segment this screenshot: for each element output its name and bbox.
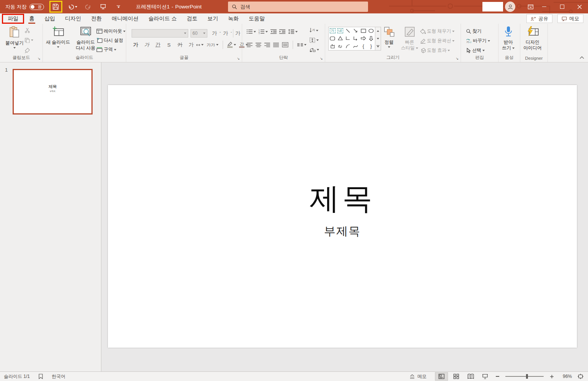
comments-button[interactable]: 메모 (557, 14, 583, 23)
find-button[interactable]: 찾기 (466, 28, 482, 34)
start-slideshow-button[interactable] (98, 2, 108, 12)
tab-slideshow[interactable]: 슬라이드 쇼 (143, 13, 182, 24)
clear-formatting-button[interactable]: 가 (234, 29, 242, 38)
shape-vertical-textbox[interactable]: 내 (336, 27, 344, 35)
tab-file[interactable]: 파일 (2, 14, 24, 24)
notes-button[interactable]: 메모 (409, 373, 427, 380)
italic-button[interactable]: 가 (143, 41, 151, 49)
shape-oval[interactable] (367, 27, 375, 35)
line-spacing-button[interactable] (288, 29, 298, 34)
normal-view-button[interactable] (435, 372, 448, 381)
quick-styles-button[interactable]: 빠른 스타일 (401, 26, 418, 51)
slide-title-placeholder[interactable]: 제목 (108, 179, 577, 219)
shapes-scroll-down[interactable] (375, 35, 381, 43)
language-button[interactable]: 한국어 (52, 373, 65, 380)
tab-insert[interactable]: 삽입 (39, 13, 60, 24)
strikethrough-button[interactable]: 가 (176, 41, 184, 49)
autosave-toggle[interactable]: 자동 저장 끔 (5, 3, 44, 10)
shape-textbox[interactable]: 가 (329, 27, 336, 35)
font-dialog-launcher[interactable]: ↘ (236, 57, 240, 61)
reading-view-button[interactable] (464, 372, 477, 381)
cut-button[interactable] (24, 28, 30, 33)
shrink-font-button[interactable]: 가ˇ (222, 29, 232, 38)
align-text-button[interactable] (309, 38, 319, 43)
search-box[interactable] (228, 2, 368, 12)
slide-thumbnail-1[interactable]: 제목 부제목 (13, 69, 93, 114)
tab-record[interactable]: 녹화 (223, 13, 244, 24)
tab-review[interactable]: 검토 (182, 13, 202, 24)
shapes-scroll-up[interactable] (375, 27, 381, 35)
tab-home[interactable]: 홈 (24, 13, 39, 24)
highlight-button[interactable] (227, 42, 236, 48)
shape-elbow-arrow[interactable] (352, 35, 359, 43)
shape-right-brace[interactable]: } (367, 42, 375, 50)
slide-editor[interactable]: 제목 부제목 (108, 85, 577, 348)
increase-indent-button[interactable] (279, 29, 285, 34)
redo-button[interactable] (83, 2, 93, 12)
convert-smartart-button[interactable] (309, 47, 319, 52)
paragraph-dialog-launcher[interactable]: ↘ (319, 57, 323, 61)
arrange-button[interactable]: 정렬 (383, 26, 395, 48)
drawing-dialog-launcher[interactable]: ↘ (455, 57, 459, 61)
undo-button[interactable] (68, 2, 78, 12)
zoom-percentage[interactable]: 96% (557, 374, 572, 379)
select-button[interactable]: 선택 (466, 47, 485, 54)
distribute-button[interactable] (282, 42, 288, 47)
paste-button[interactable]: 붙여넣기 (5, 26, 24, 49)
collapse-ribbon-button[interactable] (580, 56, 584, 59)
maximize-button[interactable] (554, 0, 570, 13)
shape-scribble[interactable] (336, 42, 344, 50)
close-button[interactable] (571, 0, 588, 13)
tab-transitions[interactable]: 전환 (86, 13, 107, 24)
bold-button[interactable]: 가 (132, 41, 140, 49)
tab-help[interactable]: 도움말 (244, 13, 270, 24)
shape-freeform[interactable] (329, 42, 336, 50)
slideshow-view-button[interactable] (479, 372, 492, 381)
section-button[interactable]: 구역 (96, 46, 116, 53)
char-spacing-button[interactable]: 가 (187, 41, 204, 49)
design-ideas-button[interactable]: 디자인 아이디어 (523, 26, 542, 51)
shape-rounded-rectangle[interactable] (329, 35, 336, 43)
align-center-button[interactable] (256, 43, 261, 47)
autosave-switch[interactable]: 끔 (29, 4, 44, 10)
underline-button[interactable]: 간 (154, 41, 162, 49)
zoom-slider[interactable] (505, 376, 544, 377)
slide-thumbnail-panel[interactable]: 1 제목 부제목 (0, 62, 101, 371)
replace-button[interactable]: 가나 바꾸기 (466, 38, 490, 44)
shape-right-arrow[interactable] (360, 35, 367, 43)
shape-outline-button[interactable]: 도형 윤곽선 (420, 38, 454, 44)
shape-arc[interactable] (344, 42, 352, 50)
shape-fill-button[interactable]: 도형 채우기 (420, 28, 454, 34)
reuse-slides-button[interactable]: 슬라이드 다시 사용 (76, 26, 95, 51)
spellcheck-button[interactable] (38, 374, 43, 379)
text-shadow-button[interactable]: S (165, 41, 173, 49)
share-button[interactable]: 공유 (526, 14, 552, 23)
slide-canvas[interactable]: 제목 부제목 (101, 62, 588, 371)
grow-font-button[interactable]: 가ˆ (210, 29, 221, 38)
zoom-in-button[interactable] (547, 372, 556, 381)
align-left-button[interactable] (247, 43, 252, 47)
slide-subtitle-placeholder[interactable]: 부제목 (108, 224, 577, 239)
shape-rectangle[interactable] (360, 27, 367, 35)
shape-left-brace[interactable]: { (360, 42, 367, 50)
shape-curve[interactable] (352, 42, 359, 50)
shape-elbow-connector[interactable] (344, 35, 352, 43)
tab-view[interactable]: 보기 (202, 13, 223, 24)
font-size-combo[interactable]: 60 (191, 29, 207, 38)
shape-arrow[interactable] (352, 27, 359, 35)
search-input[interactable] (240, 4, 355, 10)
font-name-combo[interactable] (132, 29, 188, 38)
copy-button[interactable] (24, 38, 33, 43)
new-slide-button[interactable]: 새 슬라이드 (46, 26, 70, 48)
reset-button[interactable]: 다시 설정 (96, 37, 123, 44)
zoom-slider-knob[interactable] (526, 374, 528, 379)
shape-down-arrow[interactable] (367, 35, 375, 43)
layout-button[interactable]: 레이아웃 (96, 28, 125, 34)
text-direction-button[interactable]: 가 (309, 28, 318, 33)
tab-design[interactable]: 디자인 (60, 13, 86, 24)
shape-triangle[interactable] (336, 35, 344, 43)
shapes-more-button[interactable] (375, 43, 381, 50)
customize-qat-button[interactable] (114, 2, 124, 12)
slide-sorter-view-button[interactable] (450, 372, 463, 381)
save-button[interactable] (51, 2, 61, 12)
